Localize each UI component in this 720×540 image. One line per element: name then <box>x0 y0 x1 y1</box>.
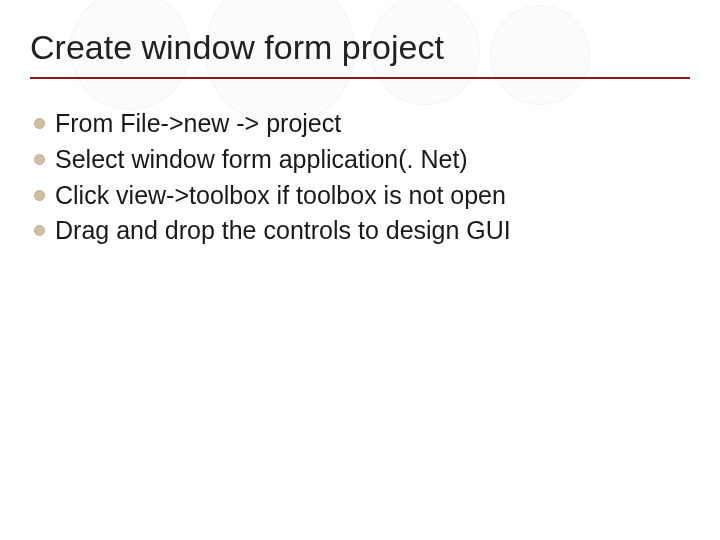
bullet-text: Click view->toolbox if toolbox is not op… <box>55 179 690 213</box>
list-item: From File->new -> project <box>34 107 690 141</box>
bullet-list: From File->new -> project Select window … <box>30 107 690 248</box>
title-underline <box>30 77 690 79</box>
list-item: Drag and drop the controls to design GUI <box>34 214 690 248</box>
bullet-icon <box>34 190 45 201</box>
slide-title: Create window form project <box>30 28 690 67</box>
bullet-text: From File->new -> project <box>55 107 690 141</box>
list-item: Select window form application(. Net) <box>34 143 690 177</box>
bullet-icon <box>34 225 45 236</box>
bullet-text: Drag and drop the controls to design GUI <box>55 214 690 248</box>
bullet-icon <box>34 154 45 165</box>
slide-content: Create window form project From File->ne… <box>0 0 720 270</box>
bullet-icon <box>34 118 45 129</box>
bullet-text: Select window form application(. Net) <box>55 143 690 177</box>
list-item: Click view->toolbox if toolbox is not op… <box>34 179 690 213</box>
